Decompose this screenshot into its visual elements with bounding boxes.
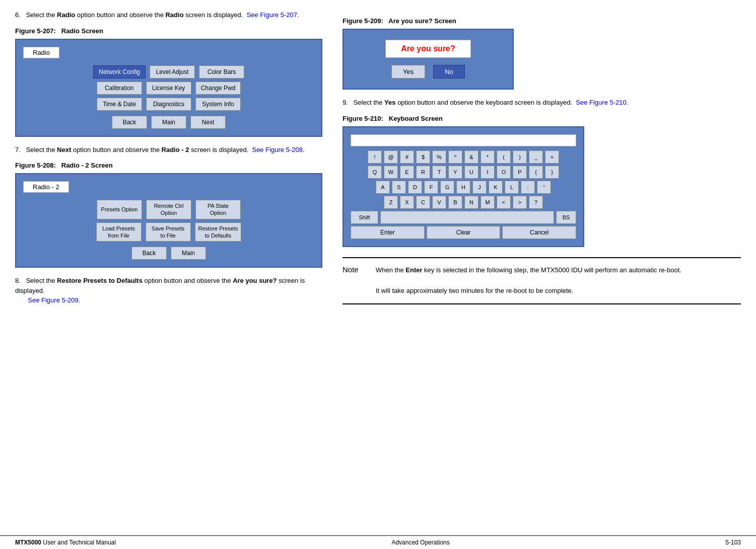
kb-key-d[interactable]: D (408, 181, 422, 194)
kb-key-o[interactable]: O (497, 166, 511, 179)
time-date-button[interactable]: Time & Date (97, 98, 142, 111)
radio-next-button[interactable]: Next (190, 116, 226, 129)
load-presets-button[interactable]: Load Presetsfrom File (96, 222, 142, 242)
kb-key-b[interactable]: B (448, 196, 462, 209)
footer-page-num: 5-103 (725, 539, 741, 546)
kb-key-lt[interactable]: < (497, 196, 511, 209)
footer-brand-suffix: User and Technical Manual (41, 539, 116, 546)
kb-key-caret[interactable]: ^ (448, 150, 462, 164)
note-content: When the Enter key is selected in the fo… (376, 265, 681, 296)
note-text-2: key is selected in the following step, t… (423, 266, 681, 274)
footer: MTX5000 User and Technical Manual Advanc… (0, 535, 756, 549)
kb-key-e[interactable]: E (400, 166, 414, 179)
kb-key-underscore[interactable]: _ (529, 150, 543, 164)
calibration-button[interactable]: Calibration (97, 82, 142, 95)
step-8-link[interactable]: See Figure 5-209. (28, 296, 80, 304)
level-adjust-button[interactable]: Level Adjust (150, 65, 195, 79)
kb-key-y[interactable]: Y (448, 166, 462, 179)
step-9-link[interactable]: See Figure 5-210. (576, 99, 628, 106)
radio-main-button[interactable]: Main (151, 116, 186, 129)
step-6-bold1: Radio (57, 11, 75, 19)
kb-key-h[interactable]: H (456, 181, 470, 194)
radio2-screen-title: Radio - 2 (23, 181, 69, 193)
kb-key-a[interactable]: A (376, 181, 390, 194)
kb-key-lbrace[interactable]: { (529, 166, 543, 179)
kb-bottom-row: Enter Clear Cancel (351, 226, 576, 239)
presets-option-button[interactable]: Presets Option (97, 200, 142, 219)
kb-key-m[interactable]: M (480, 196, 495, 209)
kb-key-v[interactable]: V (432, 196, 446, 209)
kb-key-j[interactable]: J (472, 181, 487, 194)
diagnostics-button[interactable]: Diagnostics (146, 98, 191, 111)
kb-key-g[interactable]: G (440, 181, 454, 194)
kb-key-t[interactable]: T (432, 166, 446, 179)
kb-key-star[interactable]: * (480, 150, 495, 164)
kb-key-colon[interactable]: : (521, 181, 535, 194)
kb-key-n[interactable]: N (464, 196, 478, 209)
step-6-link[interactable]: See Figure 5-207. (247, 11, 299, 19)
kb-key-q[interactable]: Q (368, 166, 382, 179)
kb-key-p[interactable]: P (513, 166, 527, 179)
fig-209-title: Figure 5-209: Are you sure? Screen (342, 17, 741, 25)
system-info-button[interactable]: System Info (195, 98, 241, 111)
kb-key-f[interactable]: F (424, 181, 438, 194)
backspace-key[interactable]: BS (556, 211, 576, 224)
kb-key-rbrace[interactable]: } (545, 166, 559, 179)
shift-key[interactable]: Shift (351, 211, 378, 224)
step-6-num: 6. Select the (15, 11, 57, 19)
step-7-bold2: Radio - 2 (162, 146, 189, 153)
step-6-text2: option button and observe the (75, 11, 165, 19)
color-bars-button[interactable]: Color Bars (199, 65, 244, 79)
kb-key-gt[interactable]: > (513, 196, 527, 209)
change-pwd-button[interactable]: Change Pwd (195, 82, 241, 95)
kb-key-quote[interactable]: “ (537, 181, 551, 194)
keyboard-input-field[interactable] (351, 134, 576, 146)
pa-state-option-button[interactable]: PA StateOption (195, 200, 241, 219)
kb-key-s[interactable]: S (392, 181, 406, 194)
radio-back-button[interactable]: Back (112, 116, 147, 129)
kb-key-dollar[interactable]: $ (416, 150, 430, 164)
kb-key-plus[interactable]: + (545, 150, 559, 164)
kb-key-r[interactable]: R (416, 166, 430, 179)
radio2-back-button[interactable]: Back (131, 247, 167, 260)
step-9-text2: option button and observe the keyboard s… (396, 99, 576, 106)
kb-key-lparen[interactable]: ( (497, 150, 511, 164)
kb-key-z[interactable]: Z (384, 196, 398, 209)
enter-key[interactable]: Enter (351, 226, 425, 239)
kb-key-c[interactable]: C (416, 196, 430, 209)
kb-key-question[interactable]: ? (529, 196, 543, 209)
restore-presets-button[interactable]: Restore Presetsto Defaults (195, 222, 242, 242)
radio-row-3: Time & Date Diagnostics System Info (23, 98, 314, 111)
kb-key-u[interactable]: U (464, 166, 478, 179)
kb-key-rparen[interactable]: ) (513, 150, 527, 164)
remote-ctrl-option-button[interactable]: Remote CtrlOption (146, 200, 191, 219)
space-key[interactable] (380, 211, 554, 224)
radio2-main-button[interactable]: Main (171, 247, 206, 260)
kb-key-hash[interactable]: # (400, 150, 414, 164)
save-presets-button[interactable]: Save Presetsto File (146, 222, 191, 242)
yes-button[interactable]: Yes (391, 65, 425, 79)
no-button[interactable]: No (433, 65, 465, 79)
kb-key-amp[interactable]: & (464, 150, 478, 164)
fig-208-screen: Radio - 2 Presets Option Remote CtrlOpti… (15, 173, 322, 268)
kb-key-w[interactable]: W (384, 166, 398, 179)
cancel-key[interactable]: Cancel (502, 226, 576, 239)
step-7-text3: screen is displayed. (189, 146, 252, 153)
kb-key-percent[interactable]: % (432, 150, 446, 164)
kb-key-x[interactable]: X (400, 196, 414, 209)
note-para-1: When the Enter key is selected in the fo… (376, 265, 681, 276)
kb-key-at[interactable]: @ (384, 150, 398, 164)
license-key-button[interactable]: License Key (146, 82, 191, 95)
clear-key[interactable]: Clear (427, 226, 501, 239)
kb-row-specials: ! @ # $ % ^ & * ( ) _ + (351, 150, 576, 164)
kb-key-i[interactable]: I (480, 166, 495, 179)
network-config-button[interactable]: Network Config (93, 65, 146, 79)
kb-key-l[interactable]: L (505, 181, 519, 194)
note-box: Note When the Enter key is selected in t… (342, 257, 741, 304)
step-9-bold1: Yes (384, 99, 395, 106)
page: 6. Select the Radio option button and ob… (0, 0, 756, 549)
step-7-link[interactable]: See Figure 5-208. (252, 146, 304, 153)
kb-key-k[interactable]: K (489, 181, 503, 194)
radio-row-1: Network Config Level Adjust Color Bars (23, 65, 314, 79)
kb-key-exclaim[interactable]: ! (368, 150, 382, 164)
